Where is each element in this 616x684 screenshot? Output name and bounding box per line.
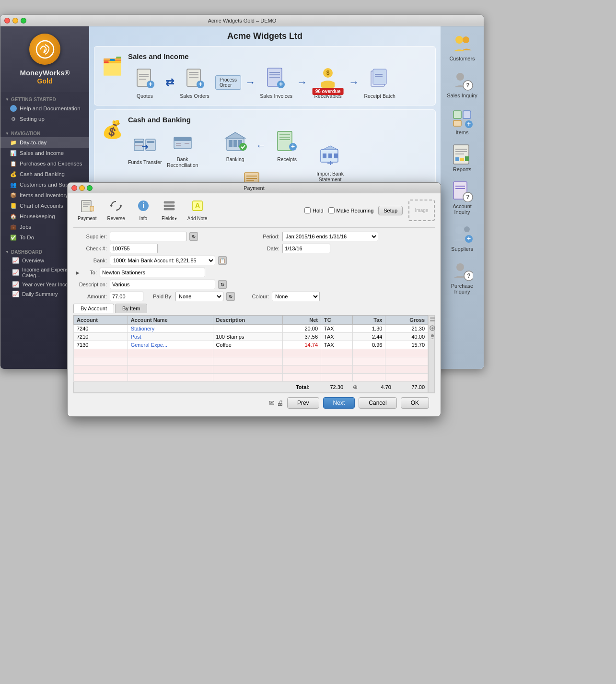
right-icon-purchase-inquiry[interactable]: ? Purchase Inquiry bbox=[443, 258, 481, 297]
svg-rect-2 bbox=[139, 74, 149, 75]
minimize-button[interactable] bbox=[12, 18, 18, 24]
getting-started-header[interactable]: ▼ Getting Started bbox=[0, 94, 89, 103]
description-input[interactable] bbox=[110, 280, 215, 289]
inventory-icon: 📦 bbox=[10, 192, 17, 199]
right-icon-sales-inquiry[interactable]: ? Sales Inquiry bbox=[443, 67, 481, 101]
to-expand-btn[interactable]: ▶ bbox=[76, 270, 80, 275]
logo-circle bbox=[29, 34, 60, 65]
navigation-header[interactable]: ▼ Navigation bbox=[0, 128, 89, 137]
flow-item-import-bank[interactable]: Import BankStatement bbox=[314, 144, 347, 183]
scroll-person-btn[interactable] bbox=[429, 333, 434, 342]
table-row[interactable]: 7240 Stationery 20.00 TAX 1.30 21.30 bbox=[74, 325, 428, 333]
info-tool-btn[interactable]: i Info bbox=[131, 197, 155, 224]
receipts-label: Receipts bbox=[277, 156, 297, 163]
printer-icon[interactable]: 🖨 bbox=[277, 399, 283, 407]
overview-label: Overview bbox=[22, 258, 44, 263]
add-note-tool-btn[interactable]: A Add Note bbox=[183, 197, 212, 224]
bank-select[interactable]: 1000: Main Bank Account: 8,221.85 bbox=[110, 256, 215, 265]
prev-button[interactable]: Prev bbox=[287, 397, 319, 409]
maximize-button[interactable] bbox=[21, 18, 26, 24]
flow-item-funds-transfer[interactable]: Funds Transfer bbox=[128, 132, 162, 165]
cell-tc-3: TAX bbox=[321, 341, 353, 349]
inventory-label: Items and Inventory bbox=[20, 192, 68, 198]
table-scrollbar[interactable] bbox=[428, 315, 435, 393]
cell-account-name-1[interactable]: Stationery bbox=[128, 325, 213, 333]
make-recurring-checkbox-group[interactable]: Make Recurring bbox=[328, 207, 374, 213]
sidebar-item-day-to-day[interactable]: 📁 Day-to-day bbox=[0, 137, 89, 148]
fields-tool-btn[interactable]: Fields▾ bbox=[157, 197, 181, 224]
flow-item-sales-invoices[interactable]: + Sales Invoices bbox=[259, 66, 293, 99]
next-button[interactable]: Next bbox=[323, 397, 355, 409]
svg-rect-29 bbox=[147, 141, 154, 143]
modal-max-button[interactable] bbox=[87, 185, 93, 191]
sidebar-item-purchases[interactable]: 📋 Purchases and Expenses bbox=[0, 158, 89, 169]
description-search-btn[interactable]: ↻ bbox=[218, 280, 227, 289]
svg-rect-89 bbox=[455, 151, 467, 152]
bank-search-btn[interactable]: 📋 bbox=[218, 256, 227, 265]
table-row[interactable]: 7130 General Expe... Coffee 14.74 TAX 0.… bbox=[74, 341, 428, 349]
scroll-up-btn[interactable] bbox=[429, 316, 434, 324]
ok-button[interactable]: OK bbox=[401, 397, 429, 409]
flow-item-sales-orders[interactable]: + Sales Orders bbox=[178, 66, 211, 99]
colour-select[interactable]: None bbox=[272, 292, 320, 301]
svg-point-79 bbox=[456, 73, 464, 81]
cell-account-name-3[interactable]: General Expe... bbox=[128, 341, 213, 349]
print-icon[interactable]: ✉ bbox=[269, 399, 275, 407]
cell-account-name-2[interactable]: Post bbox=[128, 333, 213, 341]
sidebar-item-setup[interactable]: ⚙ Setting up bbox=[0, 114, 89, 124]
modal-title-bar: Payment bbox=[68, 183, 441, 193]
paid-by-search-btn[interactable]: ↻ bbox=[226, 292, 235, 301]
hold-checkbox-group[interactable]: Hold bbox=[304, 207, 324, 213]
flow-item-banking[interactable]: Banking bbox=[219, 130, 252, 163]
make-recurring-checkbox[interactable] bbox=[328, 207, 335, 213]
right-icon-suppliers[interactable]: + Suppliers bbox=[443, 221, 481, 255]
image-label: Image bbox=[415, 208, 429, 213]
description-row: Description: ↻ bbox=[73, 280, 435, 289]
check-input[interactable] bbox=[110, 244, 158, 253]
right-icon-customers[interactable]: Customers bbox=[443, 30, 481, 64]
supplier-search-btn[interactable]: ↻ bbox=[189, 232, 198, 241]
svg-point-40 bbox=[239, 143, 247, 151]
flow-item-receipts[interactable]: + Receipts bbox=[270, 130, 304, 163]
modal-min-button[interactable] bbox=[79, 185, 85, 191]
payment-tool-label: Payment bbox=[78, 216, 96, 221]
process-order-box[interactable]: ProcessOrder bbox=[215, 75, 241, 90]
help-label: Help and Documentation bbox=[20, 106, 81, 111]
hold-checkbox[interactable] bbox=[304, 207, 311, 213]
right-icon-account-inquiry[interactable]: ? Account Inquiry bbox=[443, 178, 481, 218]
table-row-empty-4 bbox=[74, 374, 428, 382]
tab-by-account[interactable]: By Account bbox=[73, 304, 114, 313]
setup-button[interactable]: Setup bbox=[378, 206, 403, 215]
payment-tool-btn[interactable]: Payment bbox=[73, 197, 101, 224]
flow-item-receipt-batch[interactable]: Receipt Batch bbox=[363, 66, 396, 99]
cell-tc-2: TAX bbox=[321, 333, 353, 341]
table-row[interactable]: 7210 Post 100 Stamps 37.56 TAX 2.44 40.0… bbox=[74, 333, 428, 341]
date-input[interactable] bbox=[282, 244, 330, 253]
flow-item-receivables[interactable]: $ 96 overdue Receivables bbox=[311, 66, 345, 99]
col-tax: Tax bbox=[353, 316, 385, 325]
customers-panel-icon bbox=[452, 33, 473, 54]
flow-item-bank-reconciliation[interactable]: BankReconciliation bbox=[166, 130, 199, 168]
sidebar-item-banking[interactable]: 💰 Cash and Banking bbox=[0, 169, 89, 179]
folder-icon: 📁 bbox=[10, 139, 17, 146]
paid-by-select[interactable]: None bbox=[175, 292, 223, 301]
supplier-input[interactable] bbox=[110, 232, 186, 241]
overview-icon: 📈 bbox=[12, 257, 19, 264]
tab-by-item[interactable]: By Item bbox=[115, 304, 147, 313]
right-icon-reports[interactable]: Reports bbox=[443, 141, 481, 175]
cancel-button[interactable]: Cancel bbox=[359, 397, 396, 409]
cell-desc-2: 100 Stamps bbox=[213, 333, 282, 341]
sidebar-item-help[interactable]: Help and Documentation bbox=[0, 103, 89, 114]
scroll-add-btn[interactable] bbox=[429, 324, 434, 333]
flow-item-quotes[interactable]: + Quotes bbox=[128, 66, 162, 99]
right-icon-items[interactable]: + Items bbox=[443, 104, 481, 138]
banking-label-flow: Banking bbox=[226, 156, 244, 163]
modal-toolbar: Payment Reverse i bbox=[73, 197, 435, 228]
reverse-tool-btn[interactable]: Reverse bbox=[103, 197, 129, 224]
to-input[interactable] bbox=[100, 268, 205, 277]
amount-input[interactable] bbox=[110, 292, 143, 301]
close-button[interactable] bbox=[4, 18, 10, 24]
period-select[interactable]: Jan:2015/16 ends 1/31/16 bbox=[282, 232, 378, 241]
modal-close-button[interactable] bbox=[71, 185, 77, 191]
sidebar-item-sales[interactable]: 📊 Sales and Income bbox=[0, 148, 89, 158]
